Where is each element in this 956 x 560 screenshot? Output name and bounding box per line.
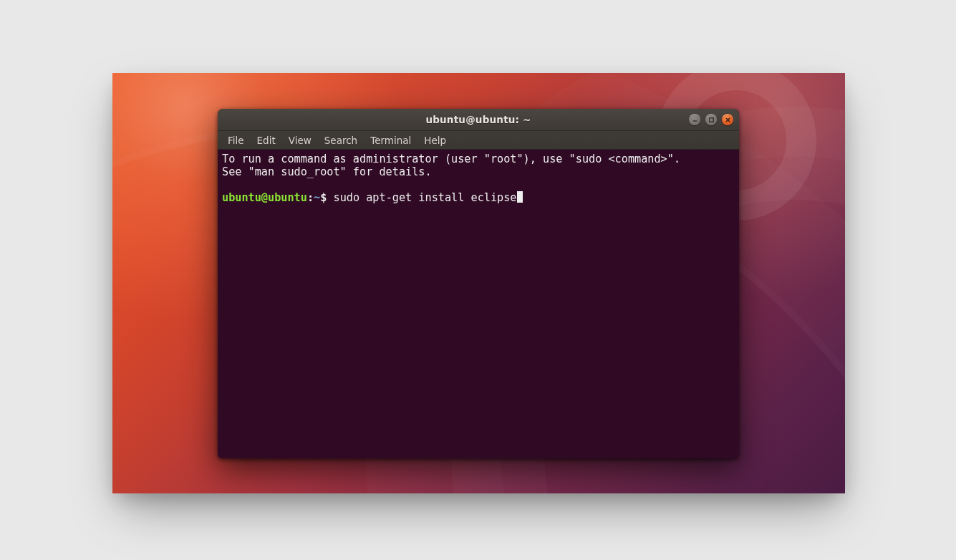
menu-terminal[interactable]: Terminal (364, 133, 417, 148)
terminal-output-line: To run a command as administrator (user … (222, 153, 680, 165)
prompt-dollar: $ (320, 191, 333, 204)
cursor-icon (517, 191, 523, 203)
prompt-path: ~ (314, 191, 320, 204)
ubuntu-desktop: ubuntu@ubuntu: ~ File Edit View Search T… (112, 73, 845, 493)
menu-file[interactable]: File (222, 133, 250, 148)
maximize-button[interactable] (705, 114, 717, 125)
menu-edit[interactable]: Edit (251, 133, 281, 148)
prompt-separator: : (307, 191, 314, 204)
svg-rect-1 (709, 117, 713, 121)
maximize-icon (708, 117, 715, 123)
window-controls (689, 114, 733, 125)
minimize-button[interactable] (689, 114, 700, 125)
menu-help[interactable]: Help (418, 133, 452, 148)
terminal-output-line: See "man sudo_root" for details. (222, 165, 432, 178)
menubar: File Edit View Search Terminal Help (218, 131, 739, 150)
window-title: ubuntu@ubuntu: ~ (218, 114, 739, 125)
window-titlebar[interactable]: ubuntu@ubuntu: ~ (218, 109, 739, 131)
menu-search[interactable]: Search (319, 133, 363, 148)
minimize-icon (692, 117, 698, 123)
terminal-window: ubuntu@ubuntu: ~ File Edit View Search T… (218, 109, 739, 458)
prompt-user: ubuntu@ubuntu (222, 191, 307, 204)
menu-view[interactable]: View (283, 133, 317, 148)
terminal-body[interactable]: To run a command as administrator (user … (218, 150, 739, 458)
close-icon (725, 117, 731, 123)
command-input[interactable]: sudo apt-get install eclipse (333, 191, 516, 204)
close-button[interactable] (722, 114, 733, 125)
